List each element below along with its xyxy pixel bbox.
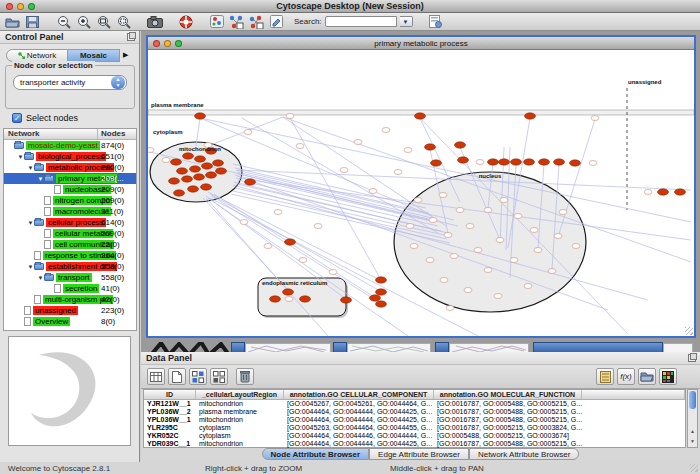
network-node[interactable] (446, 306, 454, 311)
layout-nodes-icon[interactable] (228, 14, 245, 29)
minimize-network-window-button[interactable] (164, 40, 171, 47)
network-node[interactable] (274, 210, 282, 215)
network-node[interactable] (329, 270, 337, 275)
zoom-in-icon[interactable] (75, 14, 92, 29)
float-panel-icon[interactable] (688, 354, 696, 362)
float-panel-icon[interactable] (127, 33, 135, 41)
col-id[interactable]: ID (144, 390, 196, 399)
table-cell[interactable]: [GO:0016787, GO:0005488, GO:0005215, G..… (434, 408, 582, 416)
network-node[interactable] (299, 258, 307, 263)
filter-icon[interactable] (427, 14, 444, 29)
table-cell[interactable]: [GO:0016787, GO:0005488, GO:0005215, G..… (434, 416, 582, 424)
network-node[interactable] (415, 113, 426, 119)
network-node[interactable] (474, 248, 482, 253)
tree-expander-icon[interactable]: ▼ (37, 176, 44, 182)
search-dropdown-icon[interactable]: ▼ (400, 16, 413, 27)
vizmapper-icon[interactable] (208, 14, 225, 29)
network-node[interactable] (554, 234, 562, 239)
tree-row[interactable]: unassigned223(0) (4, 305, 136, 316)
save-session-icon[interactable] (24, 14, 41, 29)
table-scrollbar[interactable]: ▲ ▼ (687, 389, 698, 448)
annotation-icon[interactable] (268, 14, 285, 29)
network-node[interactable] (162, 158, 170, 163)
import-folder-icon[interactable] (638, 368, 656, 385)
network-node[interactable] (439, 193, 447, 198)
table-row[interactable]: YJR121W__1mitochondrion[GO:0045267, GO:0… (144, 400, 685, 408)
col-region[interactable]: _cellularLayoutRegion (196, 390, 284, 399)
zoom-fit-icon[interactable] (95, 14, 112, 29)
network-edge[interactable] (283, 117, 446, 226)
network-node[interactable] (188, 186, 199, 192)
table-cell[interactable]: [GO:0016787, GO:0005488, GO:0005215, G..… (434, 400, 582, 408)
network-node[interactable] (404, 148, 412, 153)
network-node[interactable] (296, 144, 304, 149)
zoom-window-button[interactable] (28, 3, 35, 10)
network-node[interactable] (499, 159, 510, 165)
network-node[interactable] (570, 160, 581, 166)
table-cell[interactable]: [GO:0045267, GO:0045261, GO:0044464, G..… (284, 400, 434, 408)
minimized-window-title[interactable] (231, 342, 245, 352)
network-node[interactable] (476, 160, 484, 165)
network-node[interactable] (376, 277, 387, 283)
tree-row[interactable]: secretion41(0) (4, 283, 136, 294)
network-node[interactable] (429, 218, 437, 223)
network-node[interactable] (182, 176, 193, 182)
table-cell[interactable]: mitochondrion (196, 440, 284, 448)
table-row[interactable]: YDR039C__1mitochondrion[GO:0044464, GO:0… (144, 440, 685, 448)
tree-col-nodes[interactable]: Nodes (98, 129, 136, 139)
network-node[interactable] (245, 179, 256, 185)
network-node[interactable] (190, 166, 201, 172)
network-node[interactable] (450, 254, 458, 259)
tree-expander-icon[interactable]: ▼ (37, 275, 44, 281)
network-node[interactable] (431, 160, 442, 166)
network-node[interactable] (675, 189, 686, 195)
open-session-icon[interactable] (4, 14, 21, 29)
snapshot-camera-icon[interactable] (146, 14, 163, 29)
scroll-up-icon[interactable]: ▲ (690, 428, 695, 434)
network-node[interactable] (213, 160, 224, 166)
tree-row[interactable]: mosaic-demo-yeast874(0) (4, 140, 136, 151)
network-node[interactable] (644, 190, 652, 195)
network-node[interactable] (488, 159, 499, 165)
network-node[interactable] (201, 184, 212, 190)
network-node[interactable] (559, 210, 567, 215)
select-attributes-icon[interactable] (189, 368, 207, 385)
table-cell[interactable]: [GO:0016787, GO:0005215, GO:0003824, G..… (434, 424, 582, 432)
network-node[interactable] (530, 228, 538, 233)
tree-row[interactable]: ▼transport558(0) (4, 272, 136, 283)
network-node[interactable] (382, 128, 390, 133)
network-overview-panel[interactable] (8, 336, 131, 446)
network-node[interactable] (183, 153, 194, 159)
network-node[interactable] (394, 170, 402, 175)
table-cell[interactable]: [GO:0016787, GO:0005488, GO:0005215, G..… (434, 440, 582, 448)
layout-edges-icon[interactable] (248, 14, 265, 29)
table-cell[interactable]: [GO:0044464, GO:0044444, GO:0044425, G..… (284, 416, 434, 424)
tree-row[interactable]: ▼metabolic process280(0) (4, 162, 136, 173)
network-edge[interactable] (208, 192, 378, 279)
tree-row[interactable]: nitrogen compo209(0) (4, 195, 136, 206)
tab-node-attribute-browser[interactable]: Node Attribute Browser (262, 448, 370, 460)
tab-edge-attribute-browser[interactable]: Edge Attribute Browser (369, 448, 469, 460)
col-molecular-function[interactable]: annotation.GO MOLECULAR_FUNCTION (434, 390, 582, 399)
table-icon[interactable] (147, 368, 165, 385)
network-edge[interactable] (242, 118, 438, 233)
network-node[interactable] (410, 244, 418, 249)
table-cell[interactable]: YDR039C__1 (144, 440, 196, 448)
table-cell[interactable]: cytoplasm (196, 424, 284, 432)
table-cell[interactable]: [GO:0044464, GO:0044444, GO:0044425, G..… (284, 408, 434, 416)
table-cell[interactable]: YKR052C (144, 432, 196, 440)
network-node[interactable] (314, 224, 322, 229)
tree-row[interactable]: macromolecule311(0) (4, 206, 136, 217)
window-resize-grip[interactable] (685, 327, 693, 335)
tab-network-attribute-browser[interactable]: Network Attribute Browser (469, 448, 579, 460)
network-node[interactable] (591, 116, 599, 121)
network-node[interactable] (216, 168, 227, 174)
table-row[interactable]: YPL036W__2plasma membrane[GO:0044464, GO… (144, 408, 685, 416)
network-node[interactable] (376, 301, 387, 307)
scroll-down-icon[interactable]: ▼ (690, 438, 695, 444)
matrix-icon[interactable] (659, 368, 677, 385)
tree-row[interactable]: ▼establishment of lo558(0) (4, 261, 136, 272)
table-cell[interactable]: [GO:0044464, GO:0044444, GO:0044425, G..… (284, 440, 434, 448)
tree-expander-icon[interactable]: ▼ (27, 264, 34, 270)
tree-expander-icon[interactable]: ▼ (27, 220, 34, 226)
